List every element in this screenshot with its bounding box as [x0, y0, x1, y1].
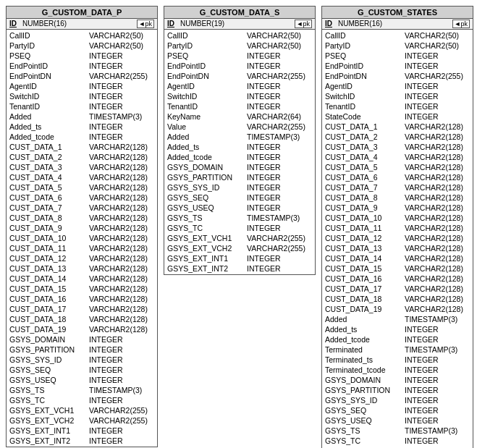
table-row: EndPointDNVARCHAR2(255): [164, 71, 315, 81]
table-row: Terminated_tsINTEGER: [322, 355, 473, 365]
table-row: PSEQINTEGER: [322, 51, 473, 61]
row-field-type: INTEGER: [247, 172, 281, 182]
row-field-type: TIMESTAMP(3): [405, 345, 457, 355]
row-field-type: VARCHAR2(128): [89, 233, 148, 243]
row-field-type: VARCHAR2(128): [405, 223, 463, 233]
row-field-name: CUST_DATA_15: [9, 284, 89, 294]
row-field-type: VARCHAR2(128): [405, 304, 463, 314]
row-field-name: PSEQ: [325, 51, 405, 61]
table-row: GSYS_EXT_VCH1VARCHAR2(255): [164, 233, 315, 243]
row-field-name: GSYS_SYS_ID: [9, 355, 89, 365]
row-field-name: StateCode: [325, 111, 405, 122]
row-field-type: INTEGER: [405, 395, 439, 405]
row-field-type: INTEGER: [89, 395, 123, 405]
row-field-type: VARCHAR2(128): [89, 203, 148, 213]
table-row: CUST_DATA_19VARCHAR2(128): [322, 304, 473, 314]
row-field-name: CUST_DATA_11: [325, 223, 405, 233]
table-row: SwitchIDINTEGER: [164, 91, 315, 101]
row-field-name: GSYS_TC: [325, 436, 405, 446]
row-field-type: INTEGER: [89, 91, 123, 101]
table-row: AddedTIMESTAMP(3): [164, 132, 315, 142]
row-field-type: VARCHAR2(128): [405, 294, 463, 304]
table-row: GSYS_USEQINTEGER: [164, 203, 315, 213]
table-row: CUST_DATA_3VARCHAR2(128): [322, 142, 473, 152]
row-field-name: CUST_DATA_10: [9, 233, 89, 243]
row-field-name: GSYS_SEQ: [325, 405, 405, 415]
table-subheader: IDNUMBER(16)◄pk: [7, 19, 157, 30]
row-field-name: CUST_DATA_4: [9, 172, 89, 182]
row-field-type: VARCHAR2(128): [405, 243, 463, 253]
row-field-name: CallID: [9, 30, 89, 41]
row-field-name: CUST_DATA_12: [9, 253, 89, 263]
table-row: CUST_DATA_15VARCHAR2(128): [322, 263, 473, 274]
row-field-type: VARCHAR2(128): [405, 132, 463, 142]
row-field-name: TenantID: [9, 101, 89, 111]
row-field-type: VARCHAR2(128): [405, 182, 463, 193]
row-field-name: EndPointID: [9, 61, 89, 71]
table-row: GSYS_USEQINTEGER: [322, 415, 473, 426]
row-field-type: INTEGER: [247, 203, 281, 213]
row-field-name: AgentID: [9, 81, 89, 91]
row-field-name: PSEQ: [167, 51, 247, 61]
row-field-name: GSYS_TC: [167, 223, 247, 233]
row-field-type: INTEGER: [247, 253, 281, 263]
row-field-name: CUST_DATA_6: [325, 172, 405, 182]
row-field-name: Added: [167, 132, 247, 142]
pk-column-type: NUMBER(19): [180, 20, 224, 28]
row-field-name: TenantID: [325, 101, 405, 111]
table-row: CUST_DATA_11VARCHAR2(128): [7, 243, 157, 253]
row-field-type: INTEGER: [247, 142, 281, 152]
table-row: Added_tsINTEGER: [164, 142, 315, 152]
table-row: GSYS_TCINTEGER: [7, 395, 157, 405]
table-title: G_CUSTOM_STATES: [322, 7, 473, 19]
row-field-name: CUST_DATA_17: [325, 284, 405, 294]
table-row: KeyNameVARCHAR2(64): [164, 111, 315, 122]
row-field-type: TIMESTAMP(3): [89, 385, 142, 395]
row-field-type: INTEGER: [405, 111, 439, 122]
row-field-type: INTEGER: [405, 81, 439, 91]
row-field-name: Added: [9, 111, 89, 122]
table-row: GSYS_EXT_VCH2VARCHAR2(255): [164, 243, 315, 253]
row-field-type: INTEGER: [405, 405, 439, 415]
row-field-name: Added: [325, 314, 405, 324]
row-field-name: GSYS_EXT_VCH2: [167, 243, 247, 253]
row-field-type: VARCHAR2(128): [405, 193, 463, 203]
row-field-type: INTEGER: [247, 263, 281, 274]
row-field-name: AgentID: [325, 81, 405, 91]
row-field-type: VARCHAR2(128): [89, 152, 148, 162]
table-subheader: IDNUMBER(16)◄pk: [322, 19, 473, 30]
row-field-type: VARCHAR2(128): [405, 233, 463, 243]
table-row: CUST_DATA_6VARCHAR2(128): [322, 172, 473, 182]
row-field-type: TIMESTAMP(3): [247, 132, 300, 142]
table-row: CUST_DATA_12VARCHAR2(128): [322, 233, 473, 243]
row-field-name: CUST_DATA_18: [325, 294, 405, 304]
table-row: CUST_DATA_10VARCHAR2(128): [7, 233, 157, 243]
row-field-name: SwitchID: [167, 91, 247, 101]
row-field-name: PSEQ: [9, 51, 89, 61]
table-row: GSYS_SEQINTEGER: [322, 405, 473, 415]
table-row: PSEQINTEGER: [7, 51, 157, 61]
row-field-name: CUST_DATA_12: [325, 233, 405, 243]
table-row: TenantIDINTEGER: [322, 101, 473, 111]
row-field-name: GSYS_EXT_INT1: [167, 253, 247, 263]
row-field-type: VARCHAR2(128): [89, 314, 148, 324]
row-field-type: VARCHAR2(255): [89, 415, 148, 426]
pk-column-type: NUMBER(16): [22, 20, 67, 28]
row-field-name: CallID: [167, 30, 247, 41]
row-field-type: VARCHAR2(128): [89, 193, 148, 203]
row-field-type: VARCHAR2(255): [247, 122, 305, 132]
row-field-name: Added_tcode: [325, 334, 405, 345]
table-row: GSYS_SEQINTEGER: [164, 193, 315, 203]
table-row: EndPointIDINTEGER: [322, 61, 473, 71]
row-field-type: INTEGER: [247, 61, 281, 71]
row-field-type: VARCHAR2(128): [89, 263, 148, 274]
row-field-name: CUST_DATA_8: [9, 213, 89, 223]
row-field-type: VARCHAR2(128): [405, 142, 463, 152]
row-field-type: INTEGER: [405, 51, 439, 61]
table-row: CallIDVARCHAR2(50): [322, 30, 473, 41]
row-field-type: VARCHAR2(128): [405, 213, 463, 223]
table-row: GSYS_DOMAININTEGER: [322, 375, 473, 385]
table-row: GSYS_SYS_IDINTEGER: [164, 182, 315, 193]
row-field-type: INTEGER: [405, 415, 439, 426]
row-field-type: INTEGER: [405, 91, 439, 101]
